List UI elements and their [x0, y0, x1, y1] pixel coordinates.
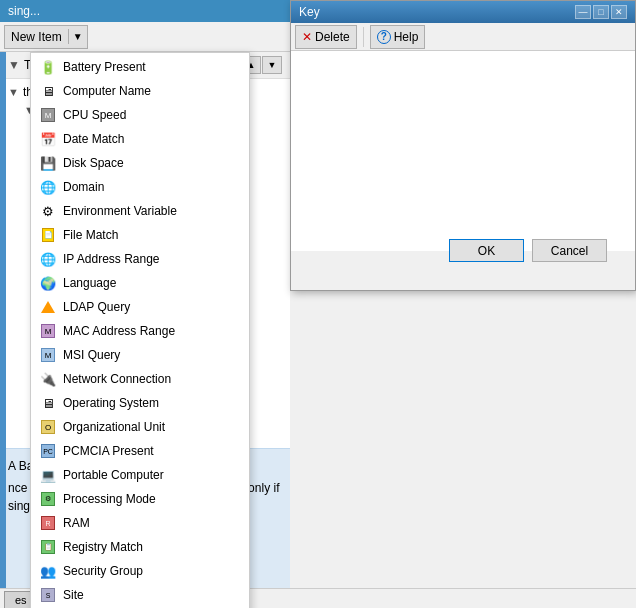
cancel-button[interactable]: Cancel — [532, 239, 607, 262]
main-toolbar: New Item ▼ — [0, 22, 290, 52]
key-window: Key — □ ✕ ✕ Delete ? Help OK Ca — [290, 0, 636, 291]
dialog-buttons: OK Cancel — [271, 231, 615, 270]
menu-item-date-match[interactable]: 📅 Date Match — [31, 127, 249, 151]
date-match-icon: 📅 — [39, 130, 57, 148]
menu-item-env-var[interactable]: ⚙ Environment Variable — [31, 199, 249, 223]
menu-item-registry-match[interactable]: 📋 Registry Match — [31, 535, 249, 559]
ip-range-icon: 🌐 — [39, 250, 57, 268]
menu-item-label-disk-space: Disk Space — [63, 156, 124, 170]
key-title-text: Key — [299, 5, 320, 19]
cpu-speed-icon: M — [39, 106, 57, 124]
menu-item-msi[interactable]: M MSI Query — [31, 343, 249, 367]
menu-item-ip-range[interactable]: 🌐 IP Address Range — [31, 247, 249, 271]
down-arrow-btn[interactable]: ▼ — [262, 56, 282, 74]
menu-item-label-battery-present: Battery Present — [63, 60, 146, 74]
menu-item-label-cpu-speed: CPU Speed — [63, 108, 126, 122]
ldap-icon — [39, 298, 57, 316]
menu-item-label-org-unit: Organizational Unit — [63, 420, 165, 434]
toolbar-sep-1 — [363, 27, 364, 47]
tree-filter-icon-0: ▼ — [8, 86, 19, 98]
menu-item-label-ram: RAM — [63, 516, 90, 530]
main-title-bar: sing... — [0, 0, 290, 22]
mac-range-icon: M — [39, 322, 57, 340]
filter-icon: ▼ — [8, 58, 20, 72]
key-content-area — [291, 51, 635, 251]
menu-item-mac-range[interactable]: M MAC Address Range — [31, 319, 249, 343]
key-title-controls: — □ ✕ — [575, 5, 627, 19]
menu-item-network[interactable]: 🔌 Network Connection — [31, 367, 249, 391]
key-delete-btn[interactable]: ✕ Delete — [295, 25, 357, 49]
menu-item-label-processing-mode: Processing Mode — [63, 492, 156, 506]
menu-item-label-ip-range: IP Address Range — [63, 252, 160, 266]
org-unit-icon: O — [39, 418, 57, 436]
menu-item-site[interactable]: S Site — [31, 583, 249, 607]
dropdown-arrow-icon[interactable]: ▼ — [68, 29, 87, 44]
network-icon: 🔌 — [39, 370, 57, 388]
close-button[interactable]: ✕ — [611, 5, 627, 19]
menu-item-ram[interactable]: R RAM — [31, 511, 249, 535]
menu-item-processing-mode[interactable]: ⚙ Processing Mode — [31, 487, 249, 511]
pcmcia-icon: PC — [39, 442, 57, 460]
os-icon: 🖥 — [39, 394, 57, 412]
menu-item-label-file-match: File Match — [63, 228, 118, 242]
registry-match-icon: 📋 — [39, 538, 57, 556]
disk-space-icon: 💾 — [39, 154, 57, 172]
battery-present-icon: 🔋 — [39, 58, 57, 76]
help-icon: ? — [377, 30, 391, 44]
menu-item-label-language: Language — [63, 276, 116, 290]
portable-computer-icon: 💻 — [39, 466, 57, 484]
menu-item-battery-present[interactable]: 🔋 Battery Present — [31, 55, 249, 79]
file-match-icon: 📄 — [39, 226, 57, 244]
menu-item-label-msi: MSI Query — [63, 348, 120, 362]
menu-item-disk-space[interactable]: 💾 Disk Space — [31, 151, 249, 175]
new-item-label: New Item — [5, 28, 68, 46]
menu-item-computer-name[interactable]: 🖥 Computer Name — [31, 79, 249, 103]
language-icon: 🌍 — [39, 274, 57, 292]
minimize-button[interactable]: — — [575, 5, 591, 19]
env-var-icon: ⚙ — [39, 202, 57, 220]
ok-button[interactable]: OK — [449, 239, 524, 262]
menu-item-label-mac-range: MAC Address Range — [63, 324, 175, 338]
context-menu: 🔋 Battery Present 🖥 Computer Name M CPU … — [30, 52, 250, 608]
menu-item-cpu-speed[interactable]: M CPU Speed — [31, 103, 249, 127]
menu-item-domain[interactable]: 🌐 Domain — [31, 175, 249, 199]
menu-item-portable-computer[interactable]: 💻 Portable Computer — [31, 463, 249, 487]
processing-mode-icon: ⚙ — [39, 490, 57, 508]
key-help-btn[interactable]: ? Help — [370, 25, 426, 49]
key-toolbar: ✕ Delete ? Help — [291, 23, 635, 51]
menu-item-label-date-match: Date Match — [63, 132, 124, 146]
key-title-bar: Key — □ ✕ — [291, 1, 635, 23]
menu-item-ldap[interactable]: LDAP Query — [31, 295, 249, 319]
menu-item-org-unit[interactable]: O Organizational Unit — [31, 415, 249, 439]
menu-item-language[interactable]: 🌍 Language — [31, 271, 249, 295]
menu-item-label-portable-computer: Portable Computer — [63, 468, 164, 482]
menu-item-label-domain: Domain — [63, 180, 104, 194]
ram-icon: R — [39, 514, 57, 532]
msi-icon: M — [39, 346, 57, 364]
menu-item-pcmcia[interactable]: PC PCMCIA Present — [31, 439, 249, 463]
computer-name-icon: 🖥 — [39, 82, 57, 100]
menu-item-label-network: Network Connection — [63, 372, 171, 386]
new-item-button[interactable]: New Item ▼ — [4, 25, 88, 49]
maximize-button[interactable]: □ — [593, 5, 609, 19]
menu-item-label-registry-match: Registry Match — [63, 540, 143, 554]
site-icon: S — [39, 586, 57, 604]
delete-x-icon: ✕ — [302, 30, 312, 44]
menu-item-label-security-group: Security Group — [63, 564, 143, 578]
main-window: sing... New Item ▼ ▼ Targeting ▲ ▼ ▼ the… — [0, 0, 636, 608]
help-label: Help — [394, 30, 419, 44]
menu-item-os[interactable]: 🖥 Operating System — [31, 391, 249, 415]
delete-label: Delete — [315, 30, 350, 44]
menu-item-label-site: Site — [63, 588, 84, 602]
menu-item-label-env-var: Environment Variable — [63, 204, 177, 218]
security-group-icon: 👥 — [39, 562, 57, 580]
menu-item-file-match[interactable]: 📄 File Match — [31, 223, 249, 247]
menu-item-label-ldap: LDAP Query — [63, 300, 130, 314]
left-accent-bar — [0, 52, 6, 588]
menu-item-security-group[interactable]: 👥 Security Group — [31, 559, 249, 583]
menu-item-label-os: Operating System — [63, 396, 159, 410]
domain-icon: 🌐 — [39, 178, 57, 196]
title-text: sing... — [8, 4, 40, 18]
menu-item-label-pcmcia: PCMCIA Present — [63, 444, 154, 458]
menu-item-label-computer-name: Computer Name — [63, 84, 151, 98]
